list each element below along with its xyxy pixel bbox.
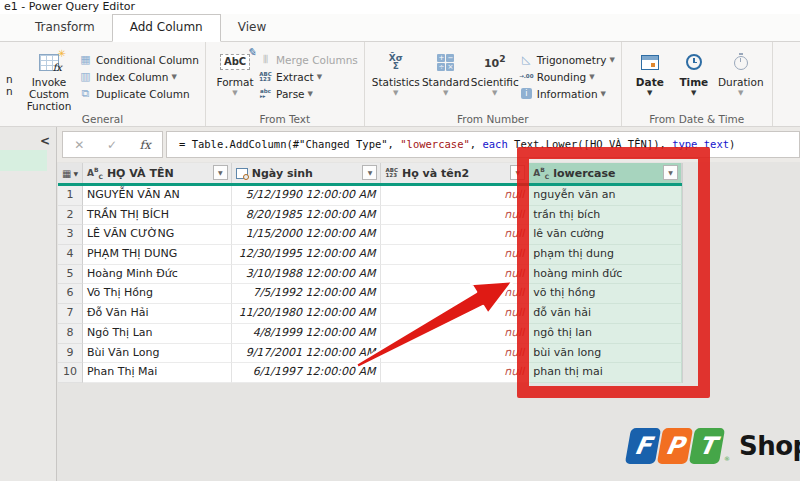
statistics-label: Statistics [372,77,420,89]
group-label-general: General [0,113,205,125]
function-table-icon: fx✳ [39,54,59,71]
invoke-custom-function-button[interactable]: fx✳ Invoke Custom Function [20,48,78,112]
time-button[interactable]: Time ▼ [672,48,716,98]
column-header-1[interactable]: ABCHỌ VÀ TÊN▼ [83,163,232,183]
cell-name[interactable]: Võ Thị Hồng [83,284,232,304]
table-header-row: ▦▼ABCHỌ VÀ TÊN▼Ngày sinh▼ABC123Họ và tên… [58,163,682,183]
cell-name[interactable]: TRẦN THỊ BÍCH [83,206,232,226]
parse-button[interactable]: abc▸▸ Parse ▼ [258,85,358,102]
filter-button[interactable]: ▼ [362,165,377,180]
statistics-button[interactable]: X̄σΣ Statistics ▼ [371,48,421,98]
cell-name[interactable]: LÊ VĂN CƯỜNG [83,225,232,245]
cell-birthdate[interactable]: 8/20/1985 12:00:00 AM [232,206,382,226]
cell-lowercase[interactable]: phan thị mai [529,363,682,383]
cell-birthdate[interactable]: 6/1/1997 12:00:00 AM [232,363,382,383]
cell-lowercase[interactable]: nguyễn văn an [529,186,682,206]
cell-lowercase[interactable]: lê văn cường [529,225,682,245]
duration-button[interactable]: Duration ▼ [716,48,766,98]
cancel-icon[interactable]: ✕ [74,138,84,152]
information-icon: i [521,88,532,99]
collapse-pane-chevron-icon[interactable]: < [40,134,50,148]
parse-icon: abc▸▸ [260,89,271,99]
cell-birthdate[interactable]: 12/30/1995 12:00:00 AM [232,245,382,265]
cell-null[interactable]: null [381,225,529,245]
fpt-logo-letter-t: T [689,428,725,464]
fx-icon[interactable]: fx [139,138,150,152]
cell-null[interactable]: null [381,206,529,226]
cell-null[interactable]: null [381,324,529,344]
cell-birthdate[interactable]: 5/12/1990 12:00:00 AM [232,186,382,206]
cell-birthdate[interactable]: 9/17/2001 12:00:00 AM [232,344,382,364]
standard-button[interactable]: +−÷× Standard ▼ [421,48,471,98]
conditional-column-button[interactable]: ▦ Conditional Column [78,51,199,68]
format-button[interactable]: AbC✎ Format ▼ [212,48,258,98]
tab-transform[interactable]: Transform [18,15,112,41]
any-type-icon: ABC123 [385,168,398,179]
row-number: 3 [58,225,83,245]
filter-button[interactable]: ▼ [510,165,525,180]
cell-birthdate[interactable]: 4/8/1999 12:00:00 AM [232,324,382,344]
chevron-down-icon: ▼ [443,90,448,98]
cell-null[interactable]: null [381,304,529,324]
column-header-4[interactable]: ABClowercase▼ [529,163,682,183]
row-number: 5 [58,265,83,285]
trigonometry-button[interactable]: ◺ Trigonometry ▼ [519,51,615,68]
fpt-logo-letter-p: P [657,428,693,464]
cell-name[interactable]: Bùi Văn Long [83,344,232,364]
cell-null[interactable]: null [381,284,529,304]
cell-name[interactable]: Phan Thị Mai [83,363,232,383]
table-row: 7Đỗ Văn Hải11/20/1980 12:00:00 AMnullđỗ … [58,304,682,324]
cell-lowercase[interactable]: bùi văn long [529,344,682,364]
table-select-all-button[interactable]: ▦▼ [58,163,83,183]
filter-button[interactable]: ▼ [663,165,678,180]
rounding-button[interactable]: →.00 Rounding ▼ [519,68,615,85]
cell-lowercase[interactable]: ngô thị lan [529,324,682,344]
cell-null[interactable]: null [381,186,529,206]
trigonometry-icon: ◺ [519,53,534,66]
cell-null[interactable]: null [381,344,529,364]
data-table: ▦▼ABCHỌ VÀ TÊN▼Ngày sinh▼ABC123Họ và tên… [58,163,683,383]
table-row: 4PHẠM THỊ DUNG12/30/1995 12:00:00 AMnull… [58,245,682,265]
formula-token: type text [672,138,729,150]
cell-name[interactable]: Hoàng Minh Đức [83,265,232,285]
cell-name[interactable]: Đỗ Văn Hải [83,304,232,324]
table-row: 10Phan Thị Mai6/1/1997 12:00:00 AMnullph… [58,363,682,383]
cell-birthdate[interactable]: 11/20/1980 12:00:00 AM [232,304,382,324]
cell-null[interactable]: null [381,265,529,285]
chevron-down-icon: ▼ [317,73,322,81]
commit-check-icon[interactable]: ✓ [107,138,117,152]
cell-birthdate[interactable]: 1/15/2000 12:00:00 AM [232,225,382,245]
cell-lowercase[interactable]: trần thị bích [529,206,682,226]
cell-name[interactable]: PHẠM THỊ DUNG [83,245,232,265]
tab-view[interactable]: View [221,15,283,41]
selected-query-highlight[interactable] [0,150,47,171]
date-label: Date [636,77,664,89]
duplicate-column-button[interactable]: ⧉ Duplicate Column [78,85,199,102]
extract-button[interactable]: ABC123 Extract ▼ [258,68,358,85]
cell-lowercase[interactable]: võ thị hồng [529,284,682,304]
rounding-label: Rounding [537,71,586,83]
formula-input[interactable]: = Table.AddColumn(#"Changed Type", "lowe… [166,131,800,158]
cell-lowercase[interactable]: hoàng minh đức [529,265,682,285]
row-number: 2 [58,206,83,226]
extract-icon: ABC123 [259,72,272,82]
date-button[interactable]: Date ▼ [628,48,672,98]
cell-null[interactable]: null [381,245,529,265]
index-column-button[interactable]: ▥ Index Column ▼ [78,68,199,85]
tab-add-column[interactable]: Add Column [112,14,221,42]
column-header-3[interactable]: ABC123Họ và tên2▼ [381,163,529,183]
cell-name[interactable]: Ngô Thị Lan [83,324,232,344]
column-header-2[interactable]: Ngày sinh▼ [232,163,382,183]
cell-null[interactable]: null [381,363,529,383]
scientific-button[interactable]: 102 Scientific ▼ [471,48,519,98]
cell-birthdate[interactable]: 3/10/1988 12:00:00 AM [232,265,382,285]
cell-lowercase[interactable]: phạm thị dung [529,245,682,265]
cell-lowercase[interactable]: đỗ văn hải [529,304,682,324]
merge-columns-button[interactable]: ⫴ Merge Columns [258,51,358,68]
ribbon-group-from-datetime: Date ▼ Time ▼ Duration ▼ From Date & Tim… [622,42,773,126]
cell-name[interactable]: NGUYỄN VĂN AN [83,186,232,206]
cell-birthdate[interactable]: 7/5/1992 12:00:00 AM [232,284,382,304]
filter-button[interactable]: ▼ [213,165,228,180]
date-calendar-icon [641,55,659,70]
information-button[interactable]: i Information ▼ [519,85,615,102]
